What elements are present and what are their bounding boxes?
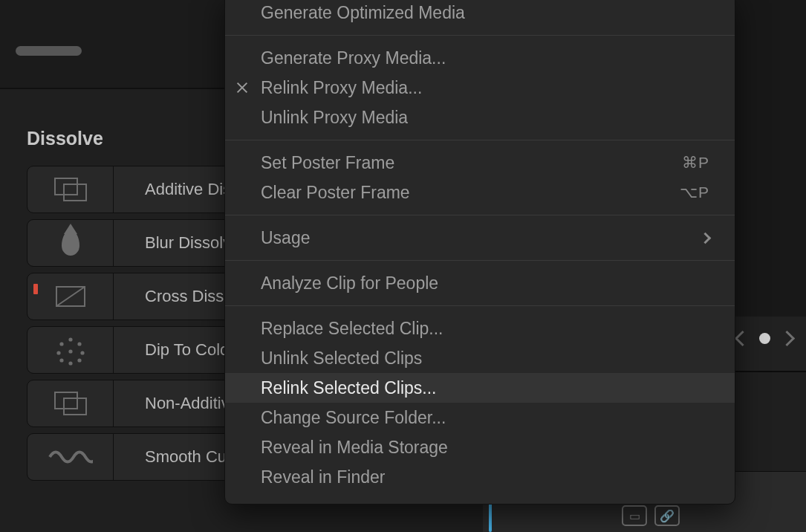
transition-list: Additive DissolveBlur DissolveCross Diss… <box>0 166 224 481</box>
menu-item[interactable]: Reveal in Media Storage <box>225 432 735 462</box>
page-dot-icon[interactable] <box>759 333 770 344</box>
menu-item-label: Unlink Proxy Media <box>261 108 408 128</box>
menu-separator <box>225 260 735 261</box>
timeline-tools: ▭ 🔗 <box>622 505 680 526</box>
menu-shortcut: ⌘P <box>682 154 709 172</box>
menu-item[interactable]: Set Poster Frame⌘P <box>225 148 735 178</box>
menu-item[interactable]: Reveal in Finder <box>225 462 735 492</box>
menu-group: Generate Optimized Media <box>225 0 735 32</box>
next-icon[interactable] <box>779 331 795 346</box>
menu-item[interactable]: Unlink Selected Clips <box>225 343 735 373</box>
svg-point-11 <box>77 358 81 362</box>
menu-item[interactable]: Analyze Clip for People <box>225 268 735 298</box>
overlap-icon <box>27 166 114 213</box>
menu-group: Analyze Clip for People <box>225 264 735 302</box>
flag-icon <box>33 284 38 294</box>
svg-rect-13 <box>55 392 77 409</box>
menu-item[interactable]: Change Source Folder... <box>225 403 735 432</box>
cross-icon <box>27 273 114 319</box>
menu-item-label: Replace Selected Clip... <box>261 319 443 339</box>
dots-icon <box>27 327 114 373</box>
menu-item[interactable]: Generate Proxy Media... <box>225 43 735 73</box>
prev-icon[interactable] <box>735 331 750 346</box>
svg-point-7 <box>56 351 60 354</box>
menu-item[interactable]: Replace Selected Clip... <box>225 314 735 343</box>
menu-item-label: Clear Poster Frame <box>261 183 410 203</box>
menu-item-label: Set Poster Frame <box>261 153 394 173</box>
menu-group: Usage <box>225 218 735 257</box>
svg-point-8 <box>68 349 72 353</box>
drop-icon <box>27 220 114 266</box>
overlap-icon <box>27 380 114 426</box>
menu-item-label: Relink Selected Clips... <box>261 378 437 398</box>
link-icon: ▭ <box>629 509 640 523</box>
tool-button[interactable]: ▭ <box>622 505 647 526</box>
svg-point-5 <box>59 342 63 346</box>
menu-separator <box>225 215 735 215</box>
menu-shortcut: ⌥P <box>680 184 709 201</box>
menu-item[interactable]: Clear Poster Frame⌥P <box>225 178 735 207</box>
menu-group: Set Poster Frame⌘PClear Poster Frame⌥P <box>225 143 735 212</box>
preview-nav <box>737 333 793 344</box>
menu-separator <box>225 35 735 36</box>
menu-item-label: Usage <box>261 228 310 248</box>
chevron-right-icon <box>700 232 712 244</box>
menu-item[interactable]: Relink Selected Clips... <box>225 373 735 403</box>
svg-point-10 <box>59 358 63 362</box>
tool-button[interactable]: 🔗 <box>654 505 680 526</box>
menu-item-label: Change Source Folder... <box>261 408 446 428</box>
menu-item-label: Reveal in Finder <box>261 467 385 487</box>
menu-item-label: Generate Proxy Media... <box>261 48 446 68</box>
transition-label: Blur Dissolve <box>114 233 240 253</box>
svg-point-6 <box>77 342 81 346</box>
menu-separator <box>225 305 735 306</box>
svg-point-4 <box>68 337 72 341</box>
menu-separator <box>225 140 735 140</box>
menu-item[interactable]: Generate Optimized Media <box>225 0 735 27</box>
close-icon <box>235 81 249 94</box>
menu-item-label: Reveal in Media Storage <box>261 438 448 458</box>
transition-label: Smooth Cut <box>114 447 231 467</box>
link-icon: 🔗 <box>660 509 675 523</box>
menu-item-label: Unlink Selected Clips <box>261 348 422 369</box>
wave-icon <box>27 434 114 480</box>
progress-pill <box>16 46 82 56</box>
context-menu[interactable]: Generate Optimized MediaGenerate Proxy M… <box>224 0 735 505</box>
menu-group: Generate Proxy Media...Relink Proxy Medi… <box>225 39 735 137</box>
menu-item-label: Generate Optimized Media <box>261 3 465 23</box>
transitions-sidebar: Dissolve Additive DissolveBlur DissolveC… <box>0 111 224 481</box>
menu-item[interactable]: Relink Proxy Media... <box>225 73 735 103</box>
section-title: Dissolve <box>0 111 224 166</box>
svg-rect-0 <box>55 178 77 195</box>
svg-point-9 <box>80 351 84 354</box>
menu-item[interactable]: Unlink Proxy Media <box>225 103 735 132</box>
svg-rect-14 <box>64 398 86 415</box>
svg-rect-1 <box>64 184 86 201</box>
menu-item-label: Analyze Clip for People <box>261 273 438 293</box>
menu-item-label: Relink Proxy Media... <box>261 78 422 98</box>
menu-group: Replace Selected Clip...Unlink Selected … <box>225 309 735 496</box>
svg-line-3 <box>56 287 85 306</box>
menu-item[interactable]: Usage <box>225 223 735 253</box>
svg-point-12 <box>68 361 72 365</box>
